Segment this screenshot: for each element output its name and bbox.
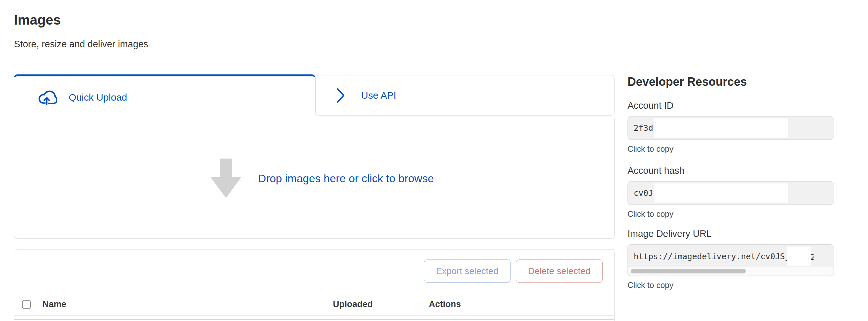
dropzone[interactable]: Drop images here or click to browse [14, 118, 615, 239]
page-subtitle: Store, resize and deliver images [14, 39, 148, 49]
bulk-actions-row: Export selected Delete selected [14, 249, 614, 293]
column-header-name: Name [42, 293, 66, 316]
account-id-value: 2f3d [634, 123, 653, 133]
column-header-actions: Actions [429, 293, 461, 316]
table-row [14, 316, 614, 320]
account-id-copy-hint: Click to copy [627, 144, 834, 154]
horizontal-scrollbar-thumb[interactable] [631, 269, 746, 274]
delivery-url-label: Image Delivery URL [627, 228, 834, 239]
redaction-overlay [654, 118, 787, 138]
account-id-label: Account ID [627, 100, 834, 111]
delivery-url-copy-hint: Click to copy [627, 281, 834, 290]
account-hash-label: Account hash [627, 165, 834, 176]
account-hash-copy-hint: Click to copy [627, 209, 834, 219]
image-list-card: Export selected Delete selected Name Upl… [14, 249, 615, 321]
delivery-url-value: https://imagedelivery.net/cv0JSj [634, 252, 790, 261]
tab-use-api-label: Use API [361, 90, 396, 101]
page-title: Images [14, 12, 61, 28]
tab-quick-upload[interactable]: Quick Upload [14, 74, 315, 118]
developer-resources-panel: Developer Resources Account ID 2f3d Clic… [627, 75, 834, 290]
dropzone-label: Drop images here or click to browse [258, 172, 434, 185]
chevron-right-icon [336, 88, 345, 103]
upload-tabs-container: Quick Upload Use API Drop images here or… [14, 74, 615, 239]
delivery-url-field[interactable]: https://imagedelivery.net/cv0JSj 2 [627, 244, 834, 276]
account-id-field[interactable]: 2f3d [627, 116, 834, 140]
horizontal-scrollbar-track [628, 267, 833, 275]
delivery-url-partial-char: 2 [810, 252, 813, 264]
table-header-row: Name Uploaded Actions [14, 293, 614, 316]
export-selected-button[interactable]: Export selected [424, 259, 510, 283]
column-header-uploaded: Uploaded [333, 293, 373, 316]
cloud-upload-icon [36, 89, 57, 106]
redaction-overlay [654, 183, 787, 203]
redaction-overlay [787, 247, 811, 266]
account-hash-value: cv0J [634, 188, 653, 198]
account-hash-field[interactable]: cv0J [627, 181, 834, 205]
delete-selected-button[interactable]: Delete selected [516, 259, 602, 283]
arrow-down-icon [211, 158, 241, 198]
tab-use-api[interactable]: Use API [315, 75, 615, 115]
developer-resources-heading: Developer Resources [627, 75, 834, 89]
select-all-checkbox[interactable] [22, 300, 31, 309]
tab-quick-upload-label: Quick Upload [69, 92, 127, 103]
